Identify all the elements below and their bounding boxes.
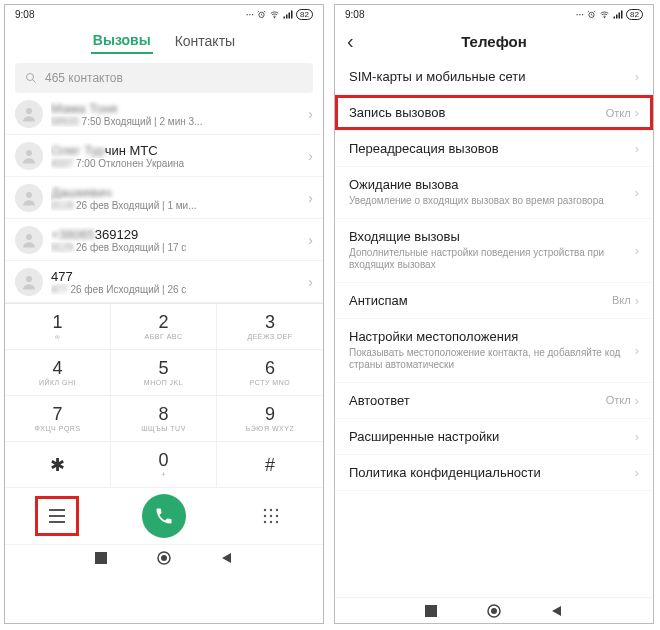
call-info: 477477 26 фев Исходящий | 26 с bbox=[51, 269, 304, 295]
call-button[interactable] bbox=[142, 494, 186, 538]
call-row[interactable]: Олег Турчин МТС4337 7:00 Отклонен Украин… bbox=[5, 135, 323, 177]
signal-icon bbox=[283, 10, 293, 19]
svg-point-8 bbox=[263, 509, 265, 511]
status-bar: 9:08 ··· 82 bbox=[335, 5, 653, 23]
settings-item[interactable]: АвтоответОткл› bbox=[335, 383, 653, 419]
svg-point-4 bbox=[26, 150, 32, 156]
chevron-right-icon: › bbox=[635, 293, 639, 308]
call-row[interactable]: +380653691299129 26 фев Входящий | 17 с› bbox=[5, 219, 323, 261]
svg-point-21 bbox=[604, 17, 605, 18]
call-row[interactable]: Мама Тоня68920 7:50 Входящий | 2 мин 3..… bbox=[5, 93, 323, 135]
wifi-icon bbox=[269, 10, 280, 19]
settings-item[interactable]: Настройки местоположенияПоказывать место… bbox=[335, 319, 653, 383]
search-icon bbox=[25, 72, 37, 84]
svg-point-3 bbox=[26, 108, 32, 114]
page-title: Телефон bbox=[347, 33, 641, 50]
key-6[interactable]: 6РСТУ MNO bbox=[217, 350, 323, 396]
settings-label: Автоответ bbox=[349, 393, 606, 408]
svg-point-6 bbox=[26, 234, 32, 240]
dialer-screen: 9:08 ··· 82 Вызовы Контакты 465 контакто… bbox=[4, 4, 324, 624]
tab-contacts[interactable]: Контакты bbox=[173, 29, 237, 53]
keypad-toggle[interactable] bbox=[251, 498, 291, 534]
key-7[interactable]: 7ФХЦЧ PQRS bbox=[5, 396, 111, 442]
key-5[interactable]: 5МНОП JKL bbox=[111, 350, 217, 396]
more-icon: ··· bbox=[576, 9, 584, 20]
nav-back-icon[interactable] bbox=[551, 605, 563, 617]
key-#[interactable]: # bbox=[217, 442, 323, 488]
status-bar: 9:08 ··· 82 bbox=[5, 5, 323, 23]
settings-item[interactable]: Запись вызововОткл› bbox=[335, 95, 653, 131]
chevron-right-icon: › bbox=[635, 243, 639, 258]
svg-point-1 bbox=[274, 17, 275, 18]
settings-item[interactable]: Расширенные настройки› bbox=[335, 419, 653, 455]
menu-button[interactable] bbox=[37, 498, 77, 534]
svg-point-19 bbox=[161, 555, 167, 561]
settings-item[interactable]: Политика конфиденциальности› bbox=[335, 455, 653, 491]
call-row[interactable]: Дашкевич0118 26 фев Входящий | 1 ми...› bbox=[5, 177, 323, 219]
chevron-right-icon: › bbox=[635, 141, 639, 156]
call-row[interactable]: 477477 26 фев Исходящий | 26 с› bbox=[5, 261, 323, 303]
key-8[interactable]: 8ШЩЪЫ TUV bbox=[111, 396, 217, 442]
alarm-icon bbox=[257, 10, 266, 19]
settings-label: SIM-карты и мобильные сети bbox=[349, 69, 635, 84]
avatar bbox=[15, 268, 43, 296]
status-time: 9:08 bbox=[15, 9, 34, 20]
settings-item[interactable]: Ожидание вызоваУведомление о входящих вы… bbox=[335, 167, 653, 219]
key-3[interactable]: 3ДЕЁЖЗ DEF bbox=[217, 304, 323, 350]
nav-home-icon[interactable] bbox=[157, 551, 171, 565]
chevron-right-icon: › bbox=[635, 393, 639, 408]
chevron-right-icon[interactable]: › bbox=[304, 274, 317, 290]
call-info: Мама Тоня68920 7:50 Входящий | 2 мин 3..… bbox=[51, 101, 304, 127]
settings-label: Ожидание вызова bbox=[349, 177, 635, 192]
keypad-icon bbox=[263, 508, 279, 524]
svg-point-13 bbox=[275, 515, 277, 517]
chevron-right-icon[interactable]: › bbox=[304, 190, 317, 206]
android-nav bbox=[5, 544, 323, 570]
svg-point-5 bbox=[26, 192, 32, 198]
nav-recent-icon[interactable] bbox=[425, 605, 437, 617]
bottom-bar bbox=[5, 488, 323, 544]
chevron-right-icon: › bbox=[635, 185, 639, 200]
search-input[interactable]: 465 контактов bbox=[15, 63, 313, 93]
svg-point-11 bbox=[263, 515, 265, 517]
key-0[interactable]: 0+ bbox=[111, 442, 217, 488]
call-log: Мама Тоня68920 7:50 Входящий | 2 мин 3..… bbox=[5, 93, 323, 303]
phone-settings-screen: 9:08 ··· 82 ‹ Телефон SIM-карты и мобиль… bbox=[334, 4, 654, 624]
key-✱[interactable]: ✱ bbox=[5, 442, 111, 488]
android-nav bbox=[335, 597, 653, 623]
call-info: Дашкевич0118 26 фев Входящий | 1 ми... bbox=[51, 185, 304, 211]
status-icons: ··· 82 bbox=[246, 9, 313, 20]
settings-item[interactable]: АнтиспамВкл› bbox=[335, 283, 653, 319]
more-icon: ··· bbox=[246, 9, 254, 20]
tabs: Вызовы Контакты bbox=[5, 23, 323, 59]
tab-calls[interactable]: Вызовы bbox=[91, 28, 153, 54]
chevron-right-icon[interactable]: › bbox=[304, 148, 317, 164]
nav-home-icon[interactable] bbox=[487, 604, 501, 618]
avatar bbox=[15, 226, 43, 254]
settings-label: Антиспам bbox=[349, 293, 612, 308]
settings-item[interactable]: SIM-карты и мобильные сети› bbox=[335, 59, 653, 95]
key-4[interactable]: 4ИЙКЛ GHI bbox=[5, 350, 111, 396]
svg-point-10 bbox=[275, 509, 277, 511]
settings-value: Вкл bbox=[612, 294, 631, 306]
settings-desc: Дополнительные настройки поведения устро… bbox=[349, 247, 635, 272]
settings-value: Откл bbox=[606, 394, 631, 406]
battery-icon: 82 bbox=[296, 9, 313, 20]
nav-back-icon[interactable] bbox=[221, 552, 233, 564]
nav-recent-icon[interactable] bbox=[95, 552, 107, 564]
svg-point-15 bbox=[269, 521, 271, 523]
settings-label: Настройки местоположения bbox=[349, 329, 635, 344]
search-placeholder: 465 контактов bbox=[45, 71, 123, 85]
key-1[interactable]: 1∞ bbox=[5, 304, 111, 350]
phone-icon bbox=[154, 506, 174, 526]
settings-item[interactable]: Переадресация вызовов› bbox=[335, 131, 653, 167]
settings-item[interactable]: Входящие вызовыДополнительные настройки … bbox=[335, 219, 653, 283]
key-9[interactable]: 9ЬЭЮЯ WXYZ bbox=[217, 396, 323, 442]
call-info: Олег Турчин МТС4337 7:00 Отклонен Украин… bbox=[51, 143, 304, 169]
status-time: 9:08 bbox=[345, 9, 364, 20]
alarm-icon bbox=[587, 10, 596, 19]
chevron-right-icon[interactable]: › bbox=[304, 106, 317, 122]
chevron-right-icon[interactable]: › bbox=[304, 232, 317, 248]
settings-list: SIM-карты и мобильные сети›Запись вызово… bbox=[335, 59, 653, 597]
key-2[interactable]: 2АБВГ ABC bbox=[111, 304, 217, 350]
